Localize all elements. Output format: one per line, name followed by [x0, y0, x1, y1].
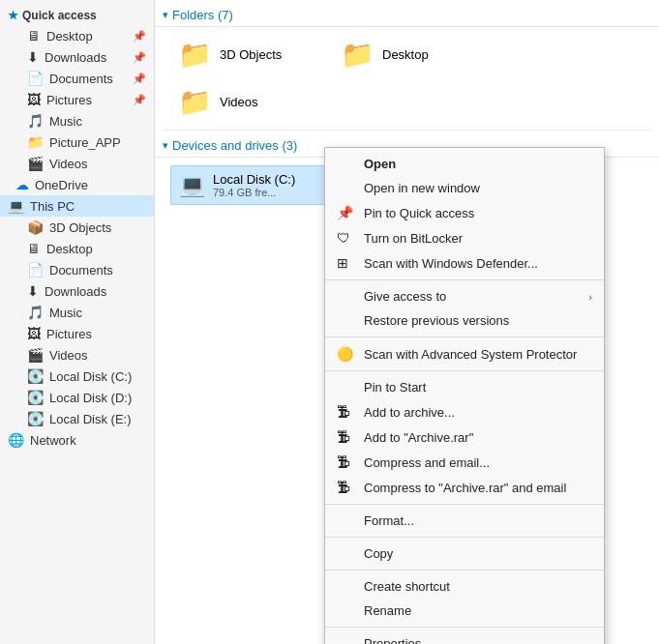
menu-item-label-compress-email: Compress and email... [364, 455, 490, 470]
menu-item-label-copy: Copy [364, 546, 393, 561]
sidebar-item-desktop-pc[interactable]: 🖥 Desktop [0, 238, 154, 259]
menu-item-pin-quick-access[interactable]: 📌 Pin to Quick access [325, 200, 604, 225]
menu-item-icon-compress-email: 🗜 [337, 454, 358, 470]
documents-pc-label: Documents [49, 263, 113, 278]
menu-item-add-archive[interactable]: 🗜 Add to archive... [325, 399, 604, 424]
menu-item-icon-scan-asp: 🟡 [337, 346, 358, 362]
sidebar-item-documents-pc[interactable]: 📄 Documents [0, 259, 154, 280]
menu-separator [325, 279, 604, 280]
folder-item[interactable]: 📁 3D Objects [170, 35, 325, 74]
menu-item-rename[interactable]: Rename [325, 599, 604, 623]
folders-section-header[interactable]: ▾ Folders (7) [155, 0, 659, 27]
sidebar-item-onedrive[interactable]: ☁ OneDrive [0, 174, 154, 195]
menu-separator [325, 570, 604, 571]
3d-objects-label: 3D Objects [49, 220, 111, 235]
sidebar-item-3d-objects[interactable]: 📦 3D Objects [0, 217, 154, 238]
sidebar-item-pictures-pc[interactable]: 🖼 Pictures [0, 323, 154, 344]
menu-item-open-new-window[interactable]: Open in new window [325, 176, 604, 200]
menu-item-format[interactable]: Format... [325, 509, 604, 533]
menu-item-label-scan-defender: Scan with Windows Defender... [364, 256, 538, 271]
music-pc-icon: 🎵 [27, 305, 44, 320]
videos-pc-icon: 🎬 [27, 347, 44, 363]
context-menu-items: Open Open in new window 📌 Pin to Quick a… [325, 152, 604, 644]
pictures-label: Pictures [46, 93, 92, 107]
sidebar-item-pictures[interactable]: 🖼 Pictures 📌 [0, 89, 154, 110]
drive-name: Local Disk (C:) [213, 172, 295, 187]
folders-section-label: Folders (7) [172, 8, 233, 22]
menu-item-scan-asp[interactable]: 🟡 Scan with Advanced System Protector [325, 341, 604, 366]
downloads-icon: ⬇ [27, 49, 39, 65]
menu-item-icon-scan-defender: ⊞ [337, 255, 358, 271]
menu-item-label-add-archive: Add to archive... [364, 405, 455, 420]
quick-access-header[interactable]: ★ Quick access [0, 6, 154, 25]
quick-access-star-icon: ★ [8, 9, 18, 22]
3d-objects-icon: 📦 [27, 220, 44, 235]
menu-item-label-restore-versions: Restore previous versions [364, 313, 509, 328]
pin-icon: 📌 [133, 51, 146, 64]
sidebar-item-downloads[interactable]: ⬇ Downloads 📌 [0, 46, 154, 68]
menu-separator [325, 370, 604, 371]
menu-item-add-archive-rar[interactable]: 🗜 Add to "Archive.rar" [325, 424, 604, 450]
menu-item-label-rename: Rename [364, 603, 411, 618]
this-pc-label: This PC [30, 199, 75, 214]
pin-icon: 📌 [133, 30, 146, 43]
menu-separator [325, 627, 604, 628]
local-d-label: Local Disk (D:) [49, 391, 132, 405]
menu-item-properties[interactable]: Properties [325, 631, 604, 644]
menu-item-create-shortcut[interactable]: Create shortcut [325, 574, 604, 599]
folder-item[interactable]: 📁 Desktop [333, 35, 488, 74]
menu-item-compress-rar-email[interactable]: 🗜 Compress to "Archive.rar" and email [325, 475, 604, 500]
sidebar-item-videos-pc[interactable]: 🎬 Videos [0, 344, 154, 366]
menu-item-label-give-access: Give access to [364, 289, 446, 304]
videos-pc-label: Videos [49, 348, 88, 363]
menu-item-pin-start[interactable]: Pin to Start [325, 375, 604, 399]
network-icon: 🌐 [8, 432, 24, 448]
menu-separator [325, 337, 604, 337]
local-c-label: Local Disk (C:) [49, 369, 132, 384]
documents-label: Documents [49, 72, 113, 86]
sidebar-item-network[interactable]: 🌐 Network [0, 429, 154, 451]
main-content: ▾ Folders (7) 📁 3D Objects📁 Desktop📁 Vid… [155, 0, 659, 644]
music-label: Music [49, 114, 82, 129]
sidebar-item-local-e[interactable]: 💽 Local Disk (E:) [0, 408, 154, 429]
menu-item-label-turn-on-bitlocker: Turn on BitLocker [364, 231, 463, 246]
menu-item-label-properties: Properties [364, 636, 421, 644]
pictures-pc-icon: 🖼 [27, 326, 41, 341]
folders-chevron-icon: ▾ [163, 9, 168, 21]
menu-item-open[interactable]: Open [325, 152, 604, 176]
menu-item-give-access[interactable]: Give access to › [325, 284, 604, 308]
menu-item-turn-on-bitlocker[interactable]: 🛡 Turn on BitLocker [325, 225, 604, 250]
drives-section-label: Devices and drives (3) [172, 138, 297, 153]
menu-item-restore-versions[interactable]: Restore previous versions [325, 308, 604, 333]
drive-icon: 💻 [179, 173, 205, 198]
sidebar-item-downloads-pc[interactable]: ⬇ Downloads [0, 280, 154, 302]
sidebar-item-music[interactable]: 🎵 Music [0, 110, 154, 132]
onedrive-icon: ☁ [15, 177, 29, 192]
sidebar-item-picture_app[interactable]: 📁 Picture_APP [0, 132, 154, 153]
menu-item-label-pin-quick-access: Pin to Quick access [364, 206, 474, 220]
menu-item-icon-add-archive-rar: 🗜 [337, 429, 358, 445]
sidebar-item-desktop[interactable]: 🖥 Desktop 📌 [0, 25, 154, 46]
folder-item[interactable]: 📁 Videos [170, 82, 325, 122]
menu-item-label-format: Format... [364, 513, 414, 528]
desktop-label: Desktop [46, 29, 93, 44]
downloads-label: Downloads [45, 50, 106, 65]
sidebar-item-local-c[interactable]: 💽 Local Disk (C:) [0, 366, 154, 387]
menu-separator [325, 537, 604, 538]
local-d-icon: 💽 [27, 390, 44, 405]
desktop-icon: 🖥 [27, 28, 41, 44]
folders-grid: 📁 3D Objects📁 Desktop📁 Videos [155, 27, 659, 130]
sidebar-item-music-pc[interactable]: 🎵 Music [0, 302, 154, 323]
documents-icon: 📄 [27, 71, 44, 86]
menu-item-compress-email[interactable]: 🗜 Compress and email... [325, 450, 604, 475]
desktop-pc-label: Desktop [46, 242, 93, 256]
menu-item-scan-defender[interactable]: ⊞ Scan with Windows Defender... [325, 250, 604, 276]
sidebar-item-documents[interactable]: 📄 Documents 📌 [0, 68, 154, 89]
menu-item-copy[interactable]: Copy [325, 542, 604, 566]
sidebar-item-local-d[interactable]: 💽 Local Disk (D:) [0, 387, 154, 408]
sidebar-item-this-pc[interactable]: 💻 This PC [0, 195, 154, 217]
sidebar-item-videos-qa[interactable]: 🎬 Videos [0, 153, 154, 174]
music-pc-label: Music [49, 306, 82, 320]
videos-qa-icon: 🎬 [27, 156, 44, 171]
desktop-pc-icon: 🖥 [27, 241, 41, 256]
